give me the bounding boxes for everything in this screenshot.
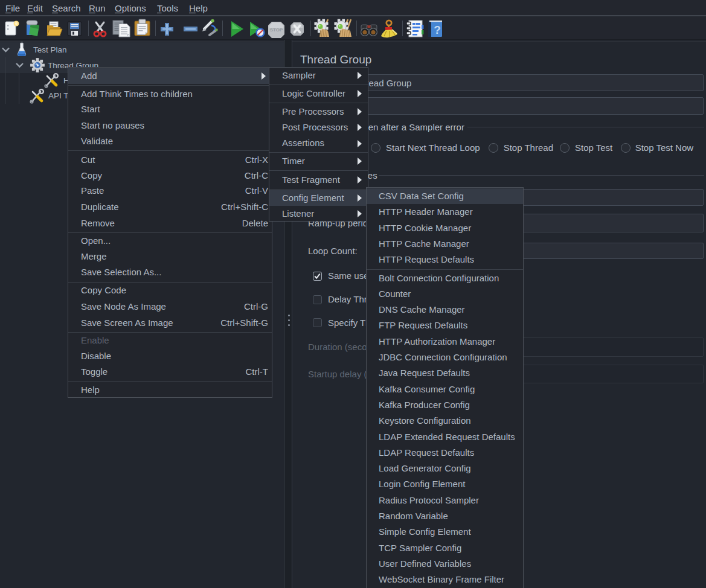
svg-text:?: ? xyxy=(434,24,441,36)
svg-text:STOP: STOP xyxy=(270,27,283,33)
